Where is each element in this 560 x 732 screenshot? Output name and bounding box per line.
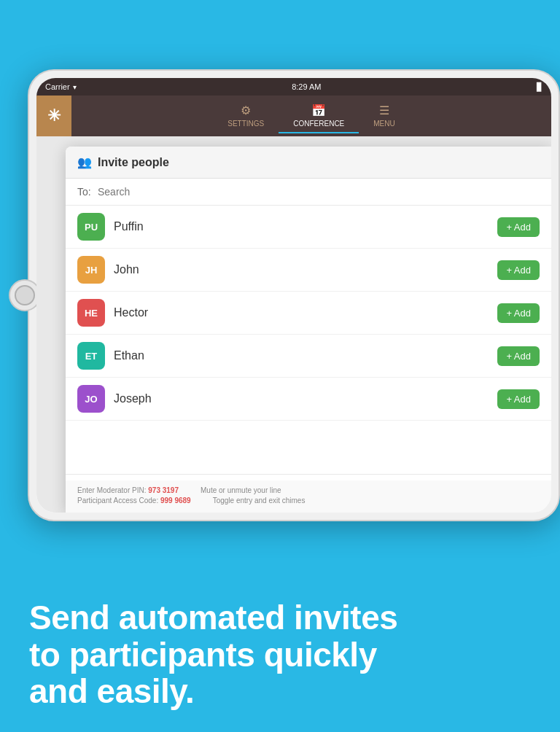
avatar-puffin-initials: PU <box>85 222 98 233</box>
carrier-label: Carrier <box>45 82 70 91</box>
tablet-device: Carrier ▾ 8:29 AM ▊ ✳ ⚙ SETTINGS 📅 CONFE… <box>28 69 560 521</box>
moderator-pin-label: Enter Moderator PIN: <box>77 486 146 494</box>
content-area: 👥 Invite people To: PU Puffin <box>36 136 551 513</box>
heading-line1: Send automated invites <box>29 599 397 636</box>
contact-row-joseph: JO Joseph + Add <box>66 378 551 421</box>
contact-name-joseph: Joseph <box>114 392 489 405</box>
moderator-pin-info: Enter Moderator PIN: 973 3197 <box>77 486 179 494</box>
battery-icon: ▊ <box>537 82 542 92</box>
time-display: 8:29 AM <box>292 82 321 91</box>
tab-menu[interactable]: ☰ MENU <box>359 99 409 133</box>
tablet-screen: Carrier ▾ 8:29 AM ▊ ✳ ⚙ SETTINGS 📅 CONFE… <box>36 78 551 513</box>
avatar-john: JH <box>77 256 105 284</box>
heading-line3: and easily. <box>29 672 194 710</box>
home-button-inner <box>15 285 35 305</box>
nav-bar: ✳ ⚙ SETTINGS 📅 CONFERENCE ☰ MENU <box>36 96 551 136</box>
avatar-ethan-initials: ET <box>85 351 98 362</box>
contact-name-hector: Hector <box>114 306 489 319</box>
add-button-ethan-label: + Add <box>506 351 531 362</box>
nav-tabs: ⚙ SETTINGS 📅 CONFERENCE ☰ MENU <box>71 99 551 133</box>
main-heading: Send automated invites to participants q… <box>29 599 531 710</box>
moderator-pin-value: 973 3197 <box>148 486 179 494</box>
contact-name-john: John <box>114 263 489 276</box>
settings-icon: ⚙ <box>241 104 251 117</box>
avatar-ethan: ET <box>77 342 105 370</box>
tab-settings[interactable]: ⚙ SETTINGS <box>213 99 279 133</box>
add-button-john-label: + Add <box>506 265 531 276</box>
contact-row-john: JH John + Add <box>66 249 551 292</box>
avatar-hector: HE <box>77 299 105 327</box>
add-button-ethan[interactable]: + Add <box>497 346 540 366</box>
contact-row-hector: HE Hector + Add <box>66 292 551 335</box>
add-button-john[interactable]: + Add <box>497 260 540 280</box>
status-bar: Carrier ▾ 8:29 AM ▊ <box>36 78 551 96</box>
conference-icon: 📅 <box>311 104 326 117</box>
contact-name-puffin: Puffin <box>114 220 489 233</box>
carrier-info: Carrier ▾ <box>45 82 77 91</box>
wifi-icon: ▾ <box>73 83 77 91</box>
invite-modal: 👥 Invite people To: PU Puffin <box>66 147 551 513</box>
search-input[interactable] <box>98 186 540 198</box>
modal-title: Invite people <box>98 156 169 169</box>
mute-info: Mute or unmute your line <box>201 486 281 494</box>
contact-list: PU Puffin + Add JH John <box>66 206 551 474</box>
participant-code-value: 999 9689 <box>160 497 191 505</box>
avatar-puffin: PU <box>77 213 105 241</box>
app-logo[interactable]: ✳ <box>36 96 71 136</box>
invite-icon: 👥 <box>77 155 92 169</box>
participant-code-label: Participant Access Code: <box>77 497 158 505</box>
chimes-info: Toggle entry and exit chimes <box>213 497 306 505</box>
contact-row-puffin: PU Puffin + Add <box>66 206 551 249</box>
add-button-joseph[interactable]: + Add <box>497 389 540 409</box>
tab-settings-label: SETTINGS <box>228 120 264 128</box>
avatar-john-initials: JH <box>85 265 98 276</box>
add-button-hector-label: + Add <box>506 308 531 319</box>
bottom-info-row-2: Participant Access Code: 999 9689 Toggle… <box>77 497 540 505</box>
bottom-info-row-1: Enter Moderator PIN: 973 3197 Mute or un… <box>77 486 540 494</box>
tab-conference-label: CONFERENCE <box>293 120 344 128</box>
add-button-hector[interactable]: + Add <box>497 303 540 323</box>
tab-menu-label: MENU <box>373 120 394 128</box>
modal-header: 👥 Invite people <box>66 147 551 179</box>
search-bar: To: <box>66 179 551 206</box>
contact-row-ethan: ET Ethan + Add <box>66 335 551 378</box>
add-button-puffin[interactable]: + Add <box>497 217 540 237</box>
tab-conference[interactable]: 📅 CONFERENCE <box>279 99 359 133</box>
avatar-joseph-initials: JO <box>85 394 97 405</box>
menu-icon: ☰ <box>379 104 389 117</box>
participant-code-info: Participant Access Code: 999 9689 <box>77 497 191 505</box>
search-label: To: <box>77 186 92 198</box>
avatar-hector-initials: HE <box>85 308 98 319</box>
add-button-puffin-label: + Add <box>506 222 531 233</box>
heading-line2: to participants quickly <box>29 636 377 674</box>
main-text-section: Send automated invites to participants q… <box>29 599 531 710</box>
logo-icon: ✳ <box>47 106 61 125</box>
contact-name-ethan: Ethan <box>114 349 489 362</box>
bottom-info: Enter Moderator PIN: 973 3197 Mute or un… <box>66 480 551 513</box>
avatar-joseph: JO <box>77 385 105 413</box>
add-button-joseph-label: + Add <box>506 394 531 405</box>
